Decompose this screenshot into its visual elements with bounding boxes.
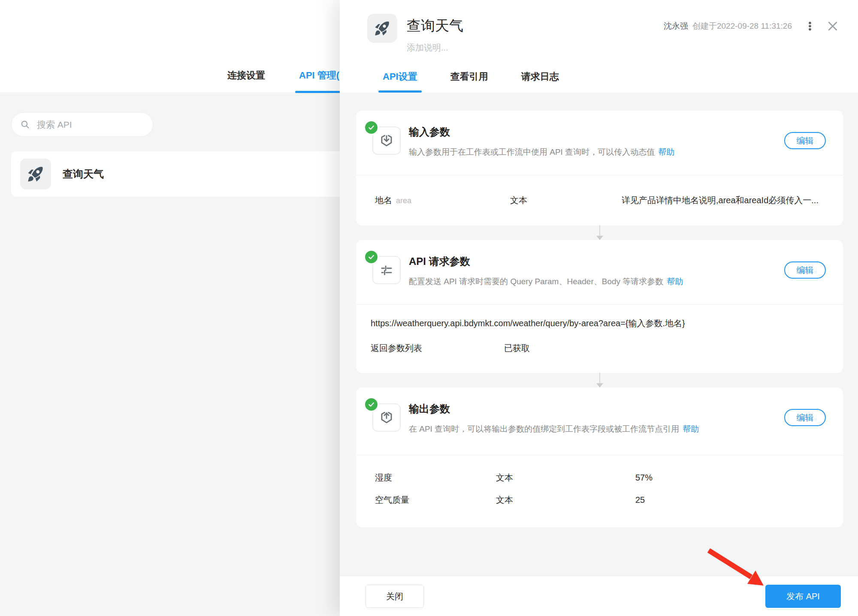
return-list-row: 返回参数列表 已获取 <box>371 343 826 354</box>
return-list-label: 返回参数列表 <box>371 343 504 354</box>
app-screen: 连接设置 API 管理( 查询天气 查询天气 添加说明... 沈永强 <box>0 0 858 616</box>
output-parameter-row: 湿度 文本 57% <box>356 466 843 489</box>
drawer-footer: 关闭 发布 API <box>340 576 858 616</box>
section-title: API 请求参数 <box>409 255 470 268</box>
section-title: 输出参数 <box>409 402 450 416</box>
param-type: 文本 <box>496 494 635 506</box>
return-list-status: 已获取 <box>504 343 826 354</box>
drawer-meta: 沈永强 创建于2022-09-28 11:31:26 <box>664 19 840 33</box>
edit-input-parameters-button[interactable]: 编辑 <box>784 132 826 149</box>
search-box[interactable] <box>11 112 153 137</box>
close-icon <box>826 20 839 33</box>
active-tab-underline <box>295 91 341 93</box>
description-placeholder[interactable]: 添加说明... <box>407 42 448 54</box>
status-complete-icon <box>365 251 378 263</box>
more-actions-button[interactable] <box>803 19 817 33</box>
drawer-tab-bar: API设置 查看引用 请求日志 <box>340 64 858 93</box>
help-link[interactable]: 帮助 <box>683 424 699 433</box>
param-name: 地名area <box>375 195 510 206</box>
edit-request-parameters-button[interactable]: 编辑 <box>784 261 826 279</box>
param-key: area <box>396 196 411 205</box>
section-title: 输入参数 <box>409 125 450 139</box>
close-drawer-button[interactable] <box>825 19 840 33</box>
tab-view-references[interactable]: 查看引用 <box>450 64 488 93</box>
created-timestamp: 创建于2022-09-28 11:31:26 <box>692 21 792 32</box>
section-description: 在 API 查询时，可以将输出参数的值绑定到工作表字段或被工作流节点引用帮助 <box>409 424 699 435</box>
close-button[interactable]: 关闭 <box>366 585 424 608</box>
param-type: 文本 <box>496 472 635 484</box>
drawer-content: 输入参数 输入参数用于在工作表或工作流中使用 API 查询时，可以传入动态值帮助… <box>340 93 858 576</box>
tab-request-logs[interactable]: 请求日志 <box>521 64 559 93</box>
tab-api-settings[interactable]: API设置 <box>383 64 417 93</box>
output-parameter-row: 空气质量 文本 25 <box>356 489 843 511</box>
search-icon <box>20 120 30 130</box>
connector-arrow-down-icon <box>356 225 843 240</box>
status-complete-icon <box>365 121 378 134</box>
search-input[interactable] <box>36 119 154 130</box>
param-value: 57% <box>635 473 843 483</box>
help-link[interactable]: 帮助 <box>658 147 674 156</box>
tab-connection-settings[interactable]: 连接设置 <box>227 69 265 82</box>
param-name: 湿度 <box>375 472 496 484</box>
param-value: 25 <box>635 495 843 505</box>
publish-api-button[interactable]: 发布 API <box>765 585 841 608</box>
creator-name: 沈永强 <box>664 21 688 32</box>
section-request-parameters: API 请求参数 配置发送 API 请求时需要的 Query Param、Hea… <box>356 240 843 373</box>
param-description: 详见产品详情中地名说明,area和areaId必须传入一... <box>622 195 830 206</box>
drawer-header: 查询天气 添加说明... 沈永强 创建于2022-09-28 11:31:26 <box>340 0 858 64</box>
section-output-parameters: 输出参数 在 API 查询时，可以将输出参数的值绑定到工作表字段或被工作流节点引… <box>356 388 843 527</box>
connector-arrow-down-icon <box>356 373 843 388</box>
api-detail-drawer: 查询天气 添加说明... 沈永强 创建于2022-09-28 11:31:26 <box>340 0 858 616</box>
param-type: 文本 <box>510 195 622 206</box>
status-complete-icon <box>365 398 378 411</box>
api-list-item-label: 查询天气 <box>63 167 104 181</box>
section-input-parameters: 输入参数 输入参数用于在工作表或工作流中使用 API 查询时，可以传入动态值帮助… <box>356 111 843 225</box>
rocket-icon <box>367 14 397 43</box>
input-parameter-row: 地名area 文本 详见产品详情中地名说明,area和areaId必须传入一..… <box>356 175 843 225</box>
section-description: 配置发送 API 请求时需要的 Query Param、Header、Body … <box>409 276 683 287</box>
rocket-icon <box>20 159 51 189</box>
edit-output-parameters-button[interactable]: 编辑 <box>784 409 826 426</box>
kebab-icon <box>804 20 816 32</box>
api-list-item-weather[interactable]: 查询天气 <box>11 151 351 197</box>
help-link[interactable]: 帮助 <box>667 277 683 286</box>
tab-api-management[interactable]: API 管理( <box>299 69 339 82</box>
section-description: 输入参数用于在工作表或工作流中使用 API 查询时，可以传入动态值帮助 <box>409 147 674 158</box>
request-url: https://weatherquery.api.bdymkt.com/weat… <box>371 318 826 329</box>
drawer-title: 查询天气 <box>407 16 463 36</box>
param-name: 空气质量 <box>375 494 496 506</box>
